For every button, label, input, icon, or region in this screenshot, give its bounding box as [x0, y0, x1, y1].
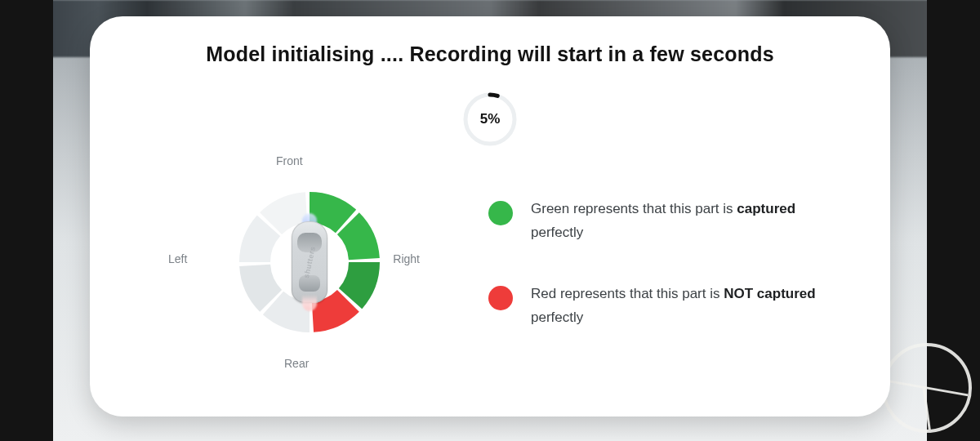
progress-percent-label: 5%	[461, 91, 519, 148]
status-modal: Model initialising .... Recording will s…	[90, 16, 890, 416]
green-dot-icon	[488, 201, 513, 225]
progress-indicator: 5%	[461, 91, 519, 148]
ring-label-left: Left	[168, 252, 187, 265]
ring-label-rear: Rear	[284, 357, 309, 370]
legend-green-suffix: perfectly	[531, 225, 583, 240]
ring-label-right: Right	[393, 252, 420, 265]
modal-title: Model initialising .... Recording will s…	[129, 42, 851, 66]
legend-row-green: Green represents that this part is captu…	[488, 198, 818, 245]
legend-red-prefix: Red represents that this part is	[531, 286, 724, 301]
steering-wheel-icon	[882, 343, 972, 433]
legend-red-bold: NOT captured	[724, 286, 815, 301]
letterbox-left	[0, 0, 53, 441]
legend-green-bold: captured	[737, 201, 795, 216]
coverage-ring: Front Rear Left Right shutters	[162, 156, 439, 368]
red-dot-icon	[488, 286, 513, 310]
legend-row-red: Red represents that this part is NOT cap…	[488, 283, 818, 330]
legend-text-green: Green represents that this part is captu…	[531, 198, 818, 245]
legend-red-suffix: perfectly	[531, 310, 583, 325]
ring-label-front: Front	[276, 154, 303, 167]
legend: Green represents that this part is captu…	[488, 198, 818, 330]
legend-text-red: Red represents that this part is NOT cap…	[531, 283, 818, 330]
car-top-icon: shutters	[292, 221, 327, 303]
legend-green-prefix: Green represents that this part is	[531, 201, 737, 216]
